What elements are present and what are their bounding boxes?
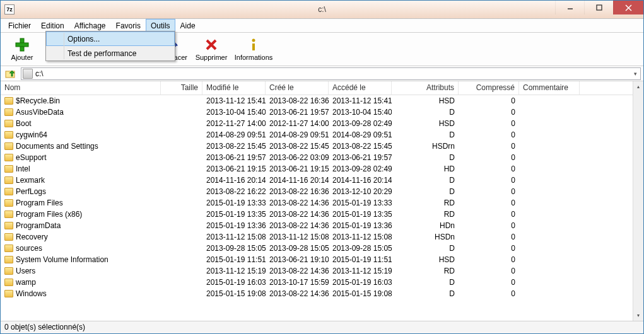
app-icon: 7z (4, 4, 15, 14)
location-dropdown-icon[interactable]: ▾ (630, 71, 640, 77)
file-compressed: 0 (459, 244, 519, 253)
table-row[interactable]: Intel2013-06-21 19:152013-06-21 19:15201… (1, 163, 633, 175)
table-row[interactable]: ProgramData2015-01-19 13:362013-08-22 14… (1, 220, 633, 231)
location-input[interactable]: c:\ ▾ (21, 67, 641, 80)
file-modified: 2013-11-12 15:19 (202, 267, 266, 275)
file-attrs: HD (392, 164, 459, 173)
file-created: 2013-08-22 14:36 (266, 267, 329, 275)
file-accessed: 2015-01-19 13:36 (329, 221, 392, 230)
table-row[interactable]: Lexmark2014-11-16 20:142014-11-16 20:142… (1, 175, 633, 186)
folder-up-button[interactable] (3, 67, 18, 80)
table-row[interactable]: eSupport2013-06-21 19:572013-06-22 03:09… (1, 152, 633, 163)
minimize-button[interactable] (555, 1, 584, 14)
file-name: AsusVibeData (16, 108, 64, 117)
file-created: 2013-08-22 14:36 (266, 210, 329, 219)
file-created: 2013-06-21 19:57 (266, 108, 329, 117)
file-name: Lexmark (16, 176, 45, 185)
col-comment[interactable]: Commentaire (519, 81, 580, 95)
file-accessed: 2013-09-28 15:05 (329, 244, 392, 253)
folder-icon (4, 210, 13, 218)
file-modified: 2013-08-22 16:22 (202, 187, 266, 196)
file-modified: 2013-11-12 15:41 (202, 96, 266, 105)
file-attrs: D (392, 153, 459, 162)
table-row[interactable]: AsusVibeData2013-10-04 15:402013-06-21 1… (1, 107, 633, 118)
file-name: ProgramData (16, 221, 61, 230)
col-modified[interactable]: Modifié le (202, 81, 266, 95)
file-accessed: 2013-11-12 15:41 (329, 96, 392, 105)
file-created: 2013-08-22 14:36 (266, 289, 329, 298)
file-accessed: 2013-11-12 15:19 (329, 267, 392, 275)
col-attrs[interactable]: Attributs (392, 81, 459, 95)
file-compressed: 0 (459, 255, 519, 264)
file-compressed: 0 (459, 233, 519, 241)
status-bar: 0 objet(s) sélectionné(s) (1, 321, 643, 333)
file-modified: 2013-11-12 15:08 (202, 233, 266, 241)
table-row[interactable]: wamp2015-01-19 16:032013-10-17 15:592015… (1, 277, 633, 288)
file-created: 2013-08-22 14:36 (266, 221, 329, 230)
table-row[interactable]: Recovery2013-11-12 15:082013-11-12 15:08… (1, 231, 633, 243)
menu-aide[interactable]: Aide (175, 19, 201, 32)
file-created: 2014-11-16 20:14 (266, 176, 329, 185)
menu-favoris[interactable]: Favoris (111, 19, 146, 32)
menu-affichage[interactable]: Affichage (69, 19, 111, 32)
table-row[interactable]: Users2013-11-12 15:192013-08-22 14:36201… (1, 265, 633, 277)
col-name[interactable]: Nom (1, 81, 161, 95)
info-button[interactable]: Informations (230, 33, 277, 65)
file-list-area: Nom Taille Modifié le Créé le Accédé le … (1, 81, 643, 321)
table-row[interactable]: cygwin642014-08-29 09:512014-08-29 09:51… (1, 129, 633, 141)
scroll-down-icon[interactable]: ▾ (633, 310, 643, 321)
delete-icon (204, 37, 219, 52)
file-attrs: D (392, 108, 459, 117)
file-compressed: 0 (459, 96, 519, 105)
table-row[interactable]: Program Files (x86)2015-01-19 13:352013-… (1, 209, 633, 220)
vertical-scrollbar[interactable]: ▴ ▾ (633, 81, 643, 321)
file-name: System Volume Information (16, 255, 108, 264)
menu-outils[interactable]: Outils (146, 19, 175, 32)
col-compressed[interactable]: Compressé (459, 81, 519, 95)
file-name: PerfLogs (16, 187, 46, 196)
col-created[interactable]: Créé le (266, 81, 329, 95)
folder-icon (4, 233, 13, 241)
col-accessed[interactable]: Accédé le (329, 81, 392, 95)
menu-options[interactable]: Options... (46, 32, 175, 46)
folder-icon (4, 222, 13, 229)
table-row[interactable]: Program Files2015-01-19 13:332013-08-22 … (1, 197, 633, 209)
table-row[interactable]: PerfLogs2013-08-22 16:222013-08-22 16:36… (1, 186, 633, 197)
menu-fichier[interactable]: Fichier (3, 19, 36, 32)
menu-edition[interactable]: Edition (36, 19, 69, 32)
file-compressed: 0 (459, 210, 519, 219)
folder-icon (4, 142, 13, 150)
folder-icon (4, 97, 13, 105)
file-created: 2013-08-22 14:36 (266, 199, 329, 207)
file-created: 2013-09-28 15:05 (266, 244, 329, 253)
close-button[interactable] (613, 1, 643, 14)
file-compressed: 0 (459, 267, 519, 275)
delete-label: Supprimer (196, 54, 228, 61)
file-compressed: 0 (459, 221, 519, 230)
table-row[interactable]: System Volume Information2015-01-19 11:5… (1, 254, 633, 265)
folder-icon (4, 245, 13, 252)
file-accessed: 2013-06-21 19:57 (329, 153, 392, 162)
maximize-button[interactable] (584, 1, 613, 14)
file-attrs: D (392, 278, 459, 287)
file-name: wamp (16, 278, 36, 287)
delete-button[interactable]: Supprimer (192, 33, 230, 65)
file-accessed: 2013-08-22 15:45 (329, 142, 392, 151)
file-compressed: 0 (459, 176, 519, 185)
menu-test-performance[interactable]: Test de performance (46, 46, 175, 60)
table-row[interactable]: Documents and Settings2013-08-22 15:4520… (1, 141, 633, 152)
table-row[interactable]: Windows2015-01-15 19:082013-08-22 14:362… (1, 288, 633, 299)
table-row[interactable]: sources2013-09-28 15:052013-09-28 15:052… (1, 243, 633, 254)
file-name: Boot (16, 119, 32, 128)
file-attrs: HSD (392, 96, 459, 105)
col-size[interactable]: Taille (161, 81, 202, 95)
file-modified: 2015-01-19 13:35 (202, 210, 266, 219)
table-row[interactable]: Boot2012-11-27 14:002012-11-27 14:002013… (1, 118, 633, 129)
scroll-up-icon[interactable]: ▴ (633, 81, 643, 92)
location-text: c:\ (34, 69, 630, 78)
column-headers: Nom Taille Modifié le Créé le Accédé le … (1, 81, 633, 95)
table-row[interactable]: $Recycle.Bin2013-11-12 15:412013-08-22 1… (1, 95, 633, 107)
add-button[interactable]: Ajouter (3, 33, 41, 65)
folder-icon (4, 256, 13, 263)
folder-icon (4, 131, 13, 139)
